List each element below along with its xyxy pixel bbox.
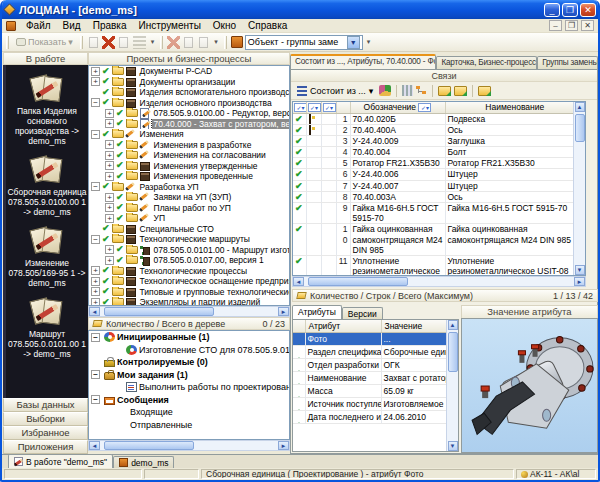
tab-demo-ms[interactable]: demo_ms [113, 456, 174, 468]
task-item[interactable]: Выполнить работы по проектированию и изг… [89, 381, 289, 394]
object-type-combo[interactable]: Объект - группы заме ▼ [245, 35, 363, 50]
expand-icon[interactable]: + [105, 193, 114, 202]
expand-icon[interactable]: + [105, 214, 114, 223]
tree-item[interactable]: + ✔ Документы P-CAD [89, 66, 289, 77]
toolbar-grip[interactable] [160, 36, 163, 49]
expand-icon[interactable]: + [91, 266, 100, 275]
dropdown-arrow-icon[interactable]: ▾ [212, 38, 220, 46]
sidebar-section-button[interactable]: Базы данных [3, 398, 88, 412]
tree-hscrollbar[interactable]: ◄ ► [88, 306, 290, 317]
attribute-row[interactable]: Отдел разработки ОГК [293, 358, 458, 371]
task-item[interactable]: − Мои задания (1) [89, 369, 289, 382]
relation-row[interactable]: ✔ 10 Гайка оцинкованная самоконтрящаяся … [293, 224, 585, 256]
attributes-vscrollbar[interactable]: ▲ ▼ [446, 320, 458, 451]
relation-row[interactable]: ✔ 9 Гайка М16-6Н.5 ГОСТ 5915-70 Гайка М1… [293, 203, 585, 224]
code-column[interactable]: Обозначение ✓▾ [350, 102, 445, 113]
relations-vscrollbar[interactable]: ▲ ▼ [573, 102, 585, 275]
tree-item[interactable]: ✔ Изделия вспомогательного производства [89, 87, 289, 98]
menu-tools[interactable]: Инструменты [132, 19, 206, 32]
tree-item[interactable]: ✔ Специальные СТО [89, 224, 289, 235]
in-work-item[interactable]: Маршрут 078.505.0.0101.00 1 -> demo_ms [6, 297, 88, 359]
tab-in-work[interactable]: В работе "demo_ms" [8, 454, 113, 468]
menu-edit[interactable]: Правка [87, 19, 133, 32]
relation-row[interactable]: ✔ 1 70.40.020Б Подвеска [293, 113, 585, 124]
relation-row[interactable]: ✔ 7 У-24.40.007 Штуцер [293, 180, 585, 191]
dropdown-arrow-icon[interactable]: ▾ [149, 38, 157, 46]
menu-window[interactable]: Окно [207, 19, 242, 32]
attribute-row[interactable]: Фото ... [293, 332, 458, 345]
close-button[interactable]: ✕ [580, 3, 596, 17]
tree-item[interactable]: − ✔ Разработка УП [89, 182, 289, 193]
columns-icon[interactable] [402, 85, 413, 96]
task-item[interactable]: Контролируемые (0) [89, 356, 289, 369]
folder-in-icon[interactable] [438, 86, 451, 96]
in-work-item[interactable]: Изменение 078.505/169-95 1 -> demo_ms [6, 226, 88, 288]
tree-item[interactable]: + ✔ Технологическое оснащение предприяти… [89, 276, 289, 287]
tree-item[interactable]: + ✔ 70.40.000 - Захват с ротатором, верс… [89, 119, 289, 130]
expand-icon[interactable]: − [91, 98, 100, 107]
tab-attributes[interactable]: Атрибуты [292, 305, 342, 319]
toolbar-grip[interactable] [224, 36, 227, 49]
scroll-thumb[interactable] [104, 441, 194, 450]
tree-item[interactable]: + ✔ Заявки на УП (ЗУП) [89, 192, 289, 203]
tree-item[interactable]: − ✔ Технологические маршруты [89, 234, 289, 245]
new-icon[interactable] [89, 37, 98, 48]
relation-row[interactable]: ✔ 2 70.40.400А Ось [293, 124, 585, 135]
toolbar-grip[interactable] [80, 36, 83, 49]
filter-type-column[interactable]: ✓▾ [306, 102, 321, 113]
relation-row[interactable]: ✔ 4 70.40.004 Болт [293, 147, 585, 158]
hierarchy-icon[interactable] [416, 85, 427, 96]
attr-name-column[interactable]: Атрибут [305, 320, 381, 332]
toolbar-options-icon[interactable]: ▾ [365, 38, 373, 46]
expand-icon[interactable]: + [105, 151, 114, 160]
tree-item[interactable]: + ✔ Изменения в разработке [89, 140, 289, 151]
tree-item[interactable]: + ✔ 078.505.9.0100.00 - Редуктор, версия… [89, 108, 289, 119]
scroll-up-icon[interactable]: ▲ [448, 320, 458, 330]
in-work-item[interactable]: Папка Изделия основного производства -> … [6, 74, 88, 146]
expand-icon[interactable]: − [91, 395, 100, 404]
scroll-left-icon[interactable]: ◄ [89, 441, 100, 450]
task-item[interactable]: − Инициированные (1) [89, 331, 289, 344]
attribute-row[interactable]: Дата последнего изм. 24.06.2010 [293, 410, 458, 423]
menu-help[interactable]: Справка [242, 19, 293, 32]
expand-icon[interactable]: + [91, 277, 100, 286]
filter-version-column[interactable]: ✓▾ [321, 102, 336, 113]
sidebar-section-button[interactable]: Выборки [3, 412, 88, 426]
tree-item[interactable]: + ✔ Изменения утвержденные [89, 161, 289, 172]
tab-card-processes[interactable]: Карточка, Бизнес-процессы [436, 56, 537, 69]
attribute-row[interactable]: Раздел спецификации Сборочные единицы [293, 345, 458, 358]
tree-item[interactable]: − ✔ Изменения [89, 129, 289, 140]
tree-item[interactable]: + ✔ 078.505.0.0107.00, версия 1 [89, 255, 289, 266]
expand-icon[interactable]: + [105, 245, 114, 254]
folder-link-icon[interactable] [478, 86, 491, 96]
expand-icon[interactable]: + [105, 172, 114, 181]
sidebar-section-button[interactable]: Избранное [3, 426, 88, 440]
expand-icon[interactable]: + [91, 298, 100, 306]
relation-row[interactable]: ✔ 8 70.40.003А Ось [293, 191, 585, 202]
scroll-thumb[interactable] [104, 307, 214, 316]
expand-icon[interactable]: + [105, 109, 114, 118]
delete-icon[interactable] [102, 36, 115, 49]
filter-check-column[interactable]: ✓▾ [293, 102, 306, 113]
menu-view[interactable]: Вид [57, 19, 87, 32]
tab-versions[interactable]: Версии [342, 307, 383, 319]
attribute-row[interactable]: Наименование Захват с ротатором [293, 371, 458, 384]
relations-hscrollbar[interactable]: ◄ ► [292, 276, 586, 287]
sidebar-section-button[interactable]: Приложения [3, 440, 88, 454]
scroll-down-icon[interactable]: ▼ [575, 265, 585, 275]
relation-row[interactable]: ✔ 3 У-24.40.009 Заглушка [293, 135, 585, 146]
scroll-down-icon[interactable]: ▼ [448, 441, 458, 451]
expand-icon[interactable]: + [91, 77, 100, 86]
expand-icon[interactable]: − [91, 182, 100, 191]
in-work-item[interactable]: Сборочная единица 078.505.9.0100.00 1 ->… [6, 155, 88, 217]
scroll-left-icon[interactable]: ◄ [89, 307, 100, 316]
scroll-right-icon[interactable]: ► [278, 307, 289, 316]
number-column[interactable] [336, 102, 350, 113]
task-item[interactable]: Входящие [89, 406, 289, 419]
tab-replace-groups[interactable]: Группы замены [537, 56, 598, 69]
expand-icon[interactable]: − [91, 130, 100, 139]
expand-icon[interactable]: + [105, 161, 114, 170]
expand-icon[interactable]: − [91, 235, 100, 244]
expand-icon[interactable]: + [105, 119, 114, 128]
tree-item[interactable]: + ✔ Типовые и групповые технологические … [89, 287, 289, 298]
